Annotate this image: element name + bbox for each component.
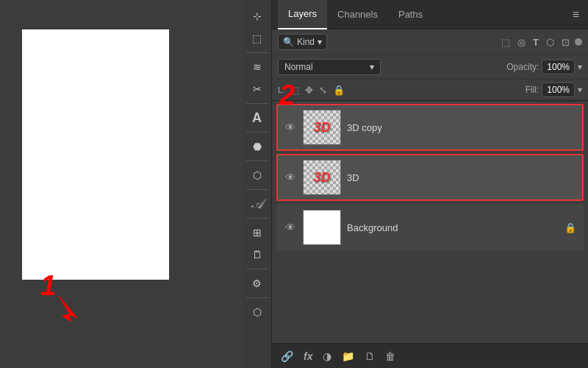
filter-shape-icon[interactable]: ⬡: [544, 35, 556, 49]
tool-lasso[interactable]: ≋: [244, 57, 270, 77]
tool-text[interactable]: A: [244, 107, 270, 128]
tool-notes[interactable]: 🗒: [244, 244, 270, 265]
opacity-group: Opacity: 100% ▾: [506, 60, 582, 74]
opacity-value[interactable]: 100%: [542, 60, 575, 74]
tool-grid[interactable]: ⊞: [244, 222, 270, 243]
canvas-area: 1 ⊹ ⬚ ≋ ✂ A ⬣ ⬡ 𝒜 ⊞ 🗒 ⚙ ⬡: [0, 0, 272, 368]
blend-mode-dropdown[interactable]: Normal ▾: [278, 59, 381, 75]
tab-channels[interactable]: Channels: [327, 0, 388, 29]
blend-row: Normal ▾ Opacity: 100% ▾: [272, 55, 588, 79]
thumb-white-bg: [304, 210, 340, 244]
tool-select[interactable]: ⬚: [244, 28, 270, 49]
divider-3: [246, 132, 268, 132]
panel-bottom: 🔗 fx ◑ 📁 🗋 🗑: [272, 343, 588, 368]
lock-position-icon[interactable]: ✥: [305, 85, 313, 96]
tab-layers[interactable]: Layers: [278, 0, 327, 29]
divider-6: [246, 218, 268, 219]
bottom-new-icon[interactable]: 🗋: [362, 349, 378, 364]
annotation-number-1: 1: [40, 270, 56, 301]
opacity-label: Opacity:: [506, 62, 539, 72]
layer-item-background[interactable]: 👁 Background 🔒: [276, 204, 584, 251]
tool-stamp[interactable]: ⬣: [244, 136, 270, 157]
tool-settings[interactable]: ⚙: [244, 273, 270, 294]
divider-7: [246, 269, 268, 269]
layer-list: 👁 3D 3D copy 👁 3D 3D 👁 Backg: [272, 101, 588, 343]
canvas: [22, 29, 169, 280]
tool-move[interactable]: ⊹: [244, 6, 270, 26]
divider-8: [246, 297, 268, 298]
opacity-chevron[interactable]: ▾: [578, 62, 582, 72]
divider-5: [246, 189, 268, 190]
layer-item-3d[interactable]: 👁 3D 3D: [276, 154, 584, 201]
bottom-fx-icon[interactable]: fx: [301, 349, 315, 364]
annotation-1-group: 1: [40, 270, 56, 302]
tab-paths[interactable]: Paths: [388, 0, 433, 29]
thumb-3d-copy-label: 3D: [313, 120, 330, 135]
tool-type-italic[interactable]: 𝒜: [244, 194, 270, 214]
visibility-background[interactable]: 👁: [284, 222, 297, 233]
bottom-adjust-icon[interactable]: ◑: [320, 349, 334, 364]
thumb-3d-label: 3D: [313, 170, 330, 185]
bottom-trash-icon[interactable]: 🗑: [382, 349, 398, 364]
layer-name-3d-copy: 3D copy: [347, 122, 576, 133]
tool-crop[interactable]: ✂: [244, 79, 270, 99]
filter-adjust-icon[interactable]: ◎: [515, 35, 528, 49]
layer-name-background: Background: [347, 222, 559, 233]
layer-name-3d: 3D: [347, 172, 576, 183]
tool-3d[interactable]: ⬡: [244, 165, 270, 185]
kind-chevron: ▾: [318, 37, 322, 47]
annotation-arrow-1: [55, 292, 85, 322]
thumb-3d-copy-bg: 3D: [304, 110, 340, 144]
divider-2: [246, 103, 268, 104]
lock-all-icon[interactable]: 🔒: [333, 85, 345, 96]
blend-mode-value: Normal: [284, 62, 313, 72]
kind-label: Kind: [297, 37, 315, 47]
lock-artboards-icon[interactable]: ⤡: [319, 85, 327, 96]
bottom-folder-icon[interactable]: 📁: [339, 349, 357, 364]
filter-active-dot: [575, 38, 582, 46]
thumbnail-3d-copy: 3D: [303, 110, 341, 145]
annotation-2-group: 2: [279, 79, 295, 111]
tool-box-3d[interactable]: ⬡: [244, 302, 270, 322]
filter-pixel-icon[interactable]: ⬚: [499, 35, 512, 49]
layer-item-3d-copy[interactable]: 👁 3D 3D copy: [276, 104, 584, 151]
fill-value[interactable]: 100%: [542, 82, 575, 97]
layer-tools-row: L: ⬚ ✥ ⤡ 🔒 Fill: 100% ▾: [272, 79, 588, 101]
thumbnail-3d: 3D: [303, 160, 341, 195]
visibility-3d-copy[interactable]: 👁: [284, 121, 297, 133]
toolbar: ⊹ ⬚ ≋ ✂ A ⬣ ⬡ 𝒜 ⊞ 🗒 ⚙ ⬡: [243, 0, 272, 368]
blend-mode-chevron: ▾: [370, 62, 374, 72]
fill-group: Fill: 100% ▾: [526, 82, 582, 97]
layers-panel: 2 Layers Channels Paths ≡ 🔍 Kind ▾ ⬚ ◎ T…: [272, 0, 588, 368]
thumb-3d-bg: 3D: [304, 160, 340, 194]
search-icon: 🔍: [283, 37, 294, 47]
visibility-3d[interactable]: 👁: [284, 171, 297, 183]
filter-row: 🔍 Kind ▾ ⬚ ◎ T ⬡ ⊡: [272, 29, 588, 55]
fill-label: Fill:: [526, 85, 539, 95]
fill-chevron[interactable]: ▾: [578, 85, 582, 95]
background-lock-icon: 🔒: [564, 222, 576, 233]
kind-filter-dropdown[interactable]: 🔍 Kind ▾: [278, 34, 327, 50]
bottom-link-icon[interactable]: 🔗: [278, 349, 296, 364]
thumbnail-background: [303, 210, 341, 245]
annotation-number-2: 2: [279, 79, 295, 110]
divider-1: [246, 52, 268, 53]
panel-tabs: Layers Channels Paths ≡: [272, 0, 588, 29]
filter-icon-group: ⬚ ◎ T ⬡ ⊡: [499, 35, 582, 49]
divider-4: [246, 160, 268, 161]
filter-type-icon[interactable]: T: [531, 35, 541, 49]
filter-smart-icon[interactable]: ⊡: [559, 35, 572, 49]
panel-menu-icon[interactable]: ≡: [570, 5, 582, 24]
